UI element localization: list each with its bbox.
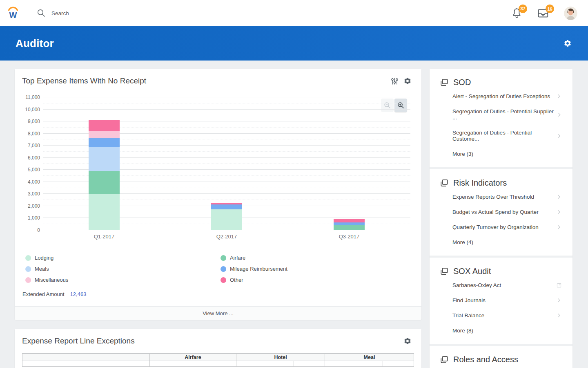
chevron-right-icon [556,112,562,118]
sidebar-section-header[interactable]: SOD [439,78,564,87]
legend-item-lodging[interactable]: Lodging [25,255,220,261]
sidebar-item[interactable]: Sarbanes-Oxley Act [439,278,564,293]
chevron-right-icon [556,297,562,303]
sidebar-item-label: More (8) [452,328,473,334]
x-tick-label: Q3-2017 [339,233,360,240]
search-icon [37,9,46,18]
sidebar-section-header[interactable]: Risk Indicators [439,178,564,188]
sidebar-item[interactable]: Budget vs Actual Spend by Quarter [439,204,564,220]
sidebar-item[interactable]: More (8) [439,323,564,338]
extended-amount-link[interactable]: 12,463 [70,291,87,297]
chart-card-title: Top Expense Items With No Receipt [22,76,146,85]
column-header-hotel: Hotel [236,354,325,361]
gear-icon [564,39,572,47]
sidebar-item[interactable]: Expense Reports Over Threshold [439,189,564,204]
extended-amount-row: Extended Amount 12,463 [15,283,421,297]
legend-label: Mileage Reimbursement [230,266,287,272]
worklet-icon [439,267,449,276]
sidebar-section-items: Expense Reports Over ThresholdBudget vs … [439,189,564,250]
bar-segment-mileage-reimbursement[interactable] [211,204,242,209]
worklet-icon [439,78,449,87]
sidebar-item-label: Find Journals [452,297,486,303]
extended-amount-label: Extended Amount [22,291,65,297]
legend-item-meals[interactable]: Meals [25,266,220,272]
legend-item-other[interactable]: Other [220,277,287,283]
bar-segment-lodging[interactable] [211,209,242,230]
sidebar-section-title: SOD [453,78,471,87]
worklet-icon [439,178,449,188]
profile-avatar[interactable] [564,7,577,20]
bar-segment-mileage-reimbursement[interactable] [334,222,365,225]
sidebar-section-header[interactable]: SOX Audit [439,267,564,276]
legend-item-miscellaneous[interactable]: Miscellaneous [25,277,220,283]
sidebar-section-title: SOX Audit [453,267,491,276]
chart-settings-button[interactable] [403,76,412,86]
table-cell [236,361,294,367]
legend-column: LodgingMealsMiscellaneous [25,255,220,283]
bar-segment-airfare[interactable] [89,171,120,194]
legend-color-dot [25,277,31,283]
sidebar-item[interactable]: More (3) [439,146,564,162]
zoom-in-button[interactable] [394,99,407,112]
bar-segment-other[interactable] [89,120,120,131]
sidebar-item-label: Alert - Segregation of Duties Exceptions [452,93,550,99]
chart-filter-button[interactable] [390,76,399,86]
y-tick-label: 0 [37,227,40,233]
sidebar-section-title: Risk Indicators [453,178,507,188]
y-tick-label: 4,000 [28,179,40,185]
sidebar-item[interactable]: Segregation of Duties - Potential Custom… [439,125,564,146]
chevron-right-icon [556,194,562,200]
sidebar-item[interactable]: Segregation of Duties - Potential Suppli… [439,104,564,125]
chart-zoom-controls [381,99,407,112]
expense-chart-card: Top Expense Items With No Receipt [15,69,421,320]
table-cell [206,361,236,367]
sidebar-section-header[interactable]: Roles and Access [439,355,564,364]
bar-segment-meals[interactable] [89,147,120,171]
sidebar-section-items: Alert - Segregation of Duties Exceptions… [439,89,564,162]
legend-label: Airfare [230,255,245,261]
bar-segment-lodging[interactable] [89,194,120,230]
stacked-bar-Q1-2017 [89,120,120,230]
bar-segment-airfare[interactable] [334,225,365,230]
content-area: Top Expense Items With No Receipt [0,61,588,368]
exceptions-card-title: Expense Report Line Exceptions [22,337,135,346]
gear-icon [403,337,412,345]
notifications-badge: 37 [519,4,527,13]
page-settings-button[interactable] [564,39,572,47]
bar-segment-mileage-reimbursement[interactable] [89,138,120,147]
column-header-meal: Meal [325,354,414,361]
search-input[interactable] [51,10,256,16]
gridline [43,115,410,115]
exceptions-settings-button[interactable] [403,336,412,346]
legend-item-airfare[interactable]: Airfare [220,255,287,261]
sidebar-item[interactable]: Trial Balance [439,308,564,323]
workday-logo[interactable]: W [0,0,26,26]
svg-text:W: W [9,11,17,20]
sidebar-item-label: Segregation of Duties - Potential Suppli… [452,108,556,121]
sidebar-section-risk-indicators: Risk IndicatorsExpense Reports Over Thre… [430,167,572,256]
legend-color-dot [220,266,226,272]
sidebar-item[interactable]: More (4) [439,235,564,250]
bar-segment-miscellaneous[interactable] [89,131,120,138]
main-column: Top Expense Items With No Receipt [15,69,421,368]
sidebar-section-title: Roles and Access [453,355,518,364]
sidebar-item[interactable]: Find Journals [439,293,564,308]
bar-segment-other[interactable] [334,219,365,222]
y-tick-label: 6,000 [28,155,40,161]
sidebar-item[interactable]: Alert - Segregation of Duties Exceptions [439,89,564,104]
sidebar-item[interactable]: Quarterly Turnover by Organization [439,220,564,235]
worklets-sidebar: SODAlert - Segregation of Duties Excepti… [430,69,572,368]
view-more-button[interactable]: View More ... [203,310,234,316]
gridline [43,103,410,103]
zoom-out-button[interactable] [381,99,394,112]
y-tick-label: 8,000 [28,131,40,137]
sidebar-section-items: Sarbanes-Oxley ActFind JournalsTrial Bal… [439,278,564,338]
legend-item-mileage-reimbursement[interactable]: Mileage Reimbursement [220,266,287,272]
legend-color-dot [25,255,31,261]
y-tick-label: 11,000 [25,94,40,100]
sidebar-item-label: Budget vs Actual Spend by Quarter [452,209,539,215]
gridline [43,109,410,110]
notifications-button[interactable]: 37 [511,7,522,19]
inbox-button[interactable]: 16 [537,7,549,19]
y-tick-label: 2,000 [28,203,40,209]
